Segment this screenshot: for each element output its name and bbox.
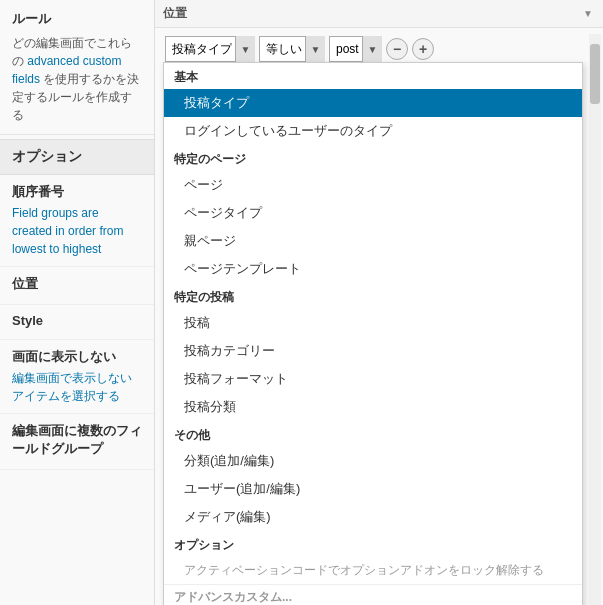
option-multiple-groups: 編集画面に複数のフィールドグループ	[0, 414, 154, 470]
dropdown-item-post-type[interactable]: 投稿タイプ	[164, 89, 582, 117]
dropdown-item-parent-page[interactable]: 親ページ	[164, 227, 582, 255]
dropdown-item-post-format[interactable]: 投稿フォーマット	[164, 365, 582, 393]
dropdown-group-other: その他	[164, 421, 582, 447]
option-order-number: 順序番号 Field groups are created in order f…	[0, 175, 154, 267]
main-panel: 投稿タイプ ▼ 等しい ▼ post ▼	[155, 28, 603, 460]
remove-rule-button[interactable]: −	[386, 38, 408, 60]
option-order-number-label: 順序番号	[12, 183, 142, 201]
dropdown-group-advanced: アドバンスカスタム...	[164, 584, 582, 605]
dropdown-group-basic: 基本	[164, 63, 582, 89]
option-hide-label: 画面に表示しない	[12, 348, 142, 366]
dropdown-item-page-type[interactable]: ページタイプ	[164, 199, 582, 227]
dropdown-item-taxonomy-add-edit[interactable]: 分類(追加/編集)	[164, 447, 582, 475]
option-position: 位置	[0, 267, 154, 305]
dropdown-group-options: オプション	[164, 531, 582, 557]
top-label-bar: 位置 ▼	[155, 0, 603, 28]
rule-section: ルール どの編集画面でこれらの advanced custom fields を…	[0, 0, 154, 135]
scroll-thumb[interactable]	[590, 44, 600, 104]
option-position-label: 位置	[12, 275, 142, 293]
scrollbar[interactable]	[589, 34, 601, 605]
dropdown-item-page[interactable]: ページ	[164, 171, 582, 199]
top-chevron-icon[interactable]: ▼	[583, 8, 593, 19]
rule-type-select-wrapper[interactable]: 投稿タイプ ▼	[165, 36, 255, 62]
rule-operator-select[interactable]: 等しい	[259, 36, 325, 62]
option-hide-on-screen: 画面に表示しない 編集画面で表示しないアイテムを選択する	[0, 340, 154, 414]
dropdown-item-page-template[interactable]: ページテンプレート	[164, 255, 582, 283]
dropdown-item-activation-code: アクティベーションコードでオプションアドオンをロック解除する	[164, 557, 582, 584]
rule-row: 投稿タイプ ▼ 等しい ▼ post ▼	[165, 36, 593, 62]
dropdown-item-media-edit[interactable]: メディア(編集)	[164, 503, 582, 531]
dropdown-item-user-type[interactable]: ログインしているユーザーのタイプ	[164, 117, 582, 145]
dropdown-group-post: 特定の投稿	[164, 283, 582, 309]
dropdown-group-page: 特定のページ	[164, 145, 582, 171]
advanced-custom-fields-link[interactable]: advanced custom fields	[12, 54, 121, 86]
dropdown-item-post-category[interactable]: 投稿カテゴリー	[164, 337, 582, 365]
dropdown-menu: 基本 投稿タイプ ログインしているユーザーのタイプ 特定のページ ページ ページ…	[163, 62, 583, 605]
dropdown-item-post[interactable]: 投稿	[164, 309, 582, 337]
dropdown-item-user-add-edit[interactable]: ユーザー(追加/編集)	[164, 475, 582, 503]
rule-section-title: ルール	[12, 10, 142, 28]
rule-operator-select-wrapper[interactable]: 等しい ▼	[259, 36, 325, 62]
option-style-label: Style	[12, 313, 142, 328]
add-rule-button[interactable]: +	[412, 38, 434, 60]
section-location-title: 位置	[163, 5, 187, 22]
options-title: オプション	[0, 139, 154, 175]
rule-type-select[interactable]: 投稿タイプ	[165, 36, 255, 62]
option-style: Style	[0, 305, 154, 340]
rule-value-select-wrapper[interactable]: post ▼	[329, 36, 382, 62]
option-order-number-desc: Field groups are created in order from l…	[12, 204, 142, 258]
dropdown-item-post-taxonomy[interactable]: 投稿分類	[164, 393, 582, 421]
sidebar: ルール どの編集画面でこれらの advanced custom fields を…	[0, 0, 155, 605]
option-hide-desc: 編集画面で表示しないアイテムを選択する	[12, 369, 142, 405]
option-multiple-groups-label: 編集画面に複数のフィールドグループ	[12, 422, 142, 458]
rule-value-select[interactable]: post	[329, 36, 382, 62]
rule-description: どの編集画面でこれらの advanced custom fields を使用する…	[12, 34, 142, 124]
